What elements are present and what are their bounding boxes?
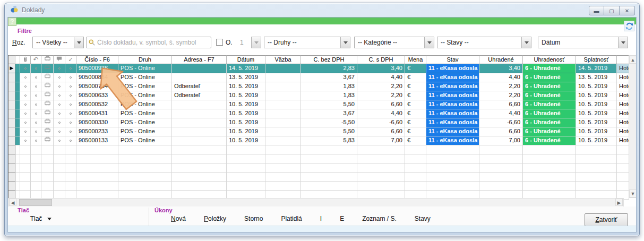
cell-c_s_dph[interactable]: -6,60	[357, 118, 405, 127]
o-checkbox[interactable]	[216, 39, 223, 46]
action-button-stavy[interactable]: Stavy	[406, 212, 440, 225]
cell-c_bez_dph[interactable]: 1,83	[301, 82, 357, 91]
cell-druh[interactable]: POS - Online	[118, 100, 172, 109]
action-button-platidl[interactable]: Platidlá	[272, 212, 311, 225]
cell-splatnost[interactable]: 14. 5. 2019	[576, 64, 617, 73]
cell-c_bez_dph[interactable]: 5,50	[301, 127, 357, 136]
cell-c_bez_dph[interactable]: -5,50	[301, 118, 357, 127]
stavy-select[interactable]: -- Stavy --	[437, 37, 531, 48]
dot-icon[interactable]	[31, 109, 41, 118]
dot-icon[interactable]	[20, 91, 31, 100]
table-row[interactable]: 905000633POS - OnlineOdberateľ10. 5. 201…	[8, 91, 637, 100]
cell-c_s_dph[interactable]: 7,00	[357, 136, 405, 145]
cart-icon[interactable]	[41, 82, 54, 91]
cell-c_bez_dph[interactable]: 3,67	[301, 109, 357, 118]
cell-uhradene[interactable]: 3,40	[479, 64, 523, 73]
column-header-mena[interactable]: Mena	[405, 55, 426, 64]
cell-stav[interactable]: 11 - eKasa odosla	[426, 127, 479, 136]
cell-datum[interactable]: 10. 5. 2019	[227, 136, 265, 145]
cell-extra[interactable]: Hoto	[617, 118, 629, 127]
cell-datum[interactable]: 14. 5. 2019	[227, 64, 265, 73]
cell-uhradene[interactable]: 6,60	[479, 100, 523, 109]
cell-datum[interactable]: 10. 5. 2019	[227, 109, 265, 118]
cell-adresa[interactable]	[172, 109, 227, 118]
cell-extra[interactable]: Hoto	[617, 136, 629, 145]
row-selector[interactable]	[8, 118, 15, 127]
help-button[interactable]: ?	[8, 18, 16, 26]
kategorie-select[interactable]: -- Kategórie --	[354, 37, 434, 48]
cell-extra[interactable]: Hoto	[617, 64, 629, 73]
close-window-button[interactable]: Zatvoriť	[585, 213, 628, 226]
row-flag-bar[interactable]	[15, 118, 20, 127]
cell-cislo[interactable]: 905000633	[76, 91, 118, 100]
cell-stav[interactable]: 11 - eKasa odosla	[426, 100, 479, 109]
table-row[interactable]: 905000133POS - Online10. 5. 20195,837,00…	[8, 136, 637, 145]
rozsah-select[interactable]: -- Všetky --	[32, 37, 84, 48]
action-button-zoznam-s[interactable]: Zoznam / S.	[353, 212, 406, 225]
cell-cislo[interactable]: 905000834	[76, 73, 118, 82]
cell-uhradenost[interactable]: 6 - Uhradené	[523, 127, 576, 136]
cell-c_s_dph[interactable]: 4,40	[357, 109, 405, 118]
cell-uhradenost[interactable]: 6 - Uhradené	[523, 91, 576, 100]
title-bar[interactable]: Doklady ▬ ▢ ✕	[5, 3, 639, 17]
cell-c_s_dph[interactable]: 2,20	[357, 91, 405, 100]
check-icon[interactable]: ✓	[65, 55, 76, 64]
table-row[interactable]: 905000834POS - Online13. 5. 20193,674,40…	[8, 73, 637, 82]
cell-uhradene[interactable]: 4,40	[479, 73, 523, 82]
column-header-stav[interactable]: Stav	[426, 55, 479, 64]
row-selector[interactable]	[8, 100, 15, 109]
comment-icon[interactable]	[54, 55, 65, 64]
dot-icon[interactable]	[54, 73, 65, 82]
chevron-down-icon[interactable]	[424, 37, 434, 48]
cell-cislo[interactable]: 905000431	[76, 109, 118, 118]
cell-stav[interactable]: 11 - eKasa odosla	[426, 109, 479, 118]
cell-splatnost[interactable]: 10. 5. 2019	[576, 82, 617, 91]
cell-vazba[interactable]	[265, 82, 301, 91]
cell-vazba[interactable]	[265, 109, 301, 118]
chevron-down-icon[interactable]	[74, 37, 83, 48]
column-header-vazba[interactable]: Väzba	[265, 55, 301, 64]
cell-splatnost[interactable]: 10. 5. 2019	[576, 127, 617, 136]
dot-icon[interactable]	[31, 73, 41, 82]
dot-icon[interactable]	[54, 91, 65, 100]
row-selector[interactable]	[8, 82, 15, 91]
cell-splatnost[interactable]: 10. 5. 2019	[576, 100, 617, 109]
cell-mena[interactable]: €	[405, 73, 426, 82]
row-selector[interactable]	[8, 91, 15, 100]
cart-icon[interactable]	[41, 100, 54, 109]
hscroll-thumb[interactable]	[19, 199, 52, 206]
dot-icon[interactable]	[20, 127, 31, 136]
maximize-button[interactable]: ▢	[604, 6, 620, 15]
dot-icon[interactable]	[65, 118, 76, 127]
cell-cislo[interactable]: 905000532	[76, 100, 118, 109]
cell-extra[interactable]: Hoto	[617, 82, 629, 91]
cell-uhradenost[interactable]: 6 - Uhradené	[523, 73, 576, 82]
column-header-c_bez_dph[interactable]: C. bez DPH	[301, 55, 357, 64]
dot-icon[interactable]	[54, 118, 65, 127]
dot-icon[interactable]	[65, 100, 76, 109]
cell-c_bez_dph[interactable]: 5,83	[301, 136, 357, 145]
search-input[interactable]	[97, 39, 211, 46]
cell-c_s_dph[interactable]: 6,60	[357, 100, 405, 109]
action-button-i[interactable]: I	[311, 212, 331, 225]
cell-datum[interactable]: 10. 5. 2019	[227, 127, 265, 136]
cell-uhradenost[interactable]: 6 - Uhradené	[523, 82, 576, 91]
cell-datum[interactable]: 10. 5. 2019	[227, 100, 265, 109]
cell-uhradene[interactable]: 6,60	[479, 127, 523, 136]
row-flag-bar[interactable]	[15, 100, 20, 109]
table-row[interactable]: 905000431POS - Online10. 5. 20193,674,40…	[8, 109, 637, 118]
cell-adresa[interactable]	[172, 136, 227, 145]
dot-icon[interactable]	[20, 100, 31, 109]
cell-c_s_dph[interactable]: 4,40	[357, 73, 405, 82]
cell-uhradenost[interactable]: 6 - Uhradené	[523, 136, 576, 145]
cell-cislo[interactable]: 905000133	[76, 136, 118, 145]
cell-splatnost[interactable]: 10. 5. 2019	[576, 118, 617, 127]
cell-uhradenost[interactable]: 6 - Uhradené	[523, 100, 576, 109]
druhy-select[interactable]: -- Druhy --	[264, 37, 350, 48]
cell-c_s_dph[interactable]: 2,20	[357, 82, 405, 91]
cell-datum[interactable]: 10. 5. 2019	[227, 118, 265, 127]
dot-icon[interactable]	[20, 109, 31, 118]
cell-mena[interactable]: €	[405, 136, 426, 145]
cell-adresa[interactable]	[172, 127, 227, 136]
cell-vazba[interactable]	[265, 91, 301, 100]
